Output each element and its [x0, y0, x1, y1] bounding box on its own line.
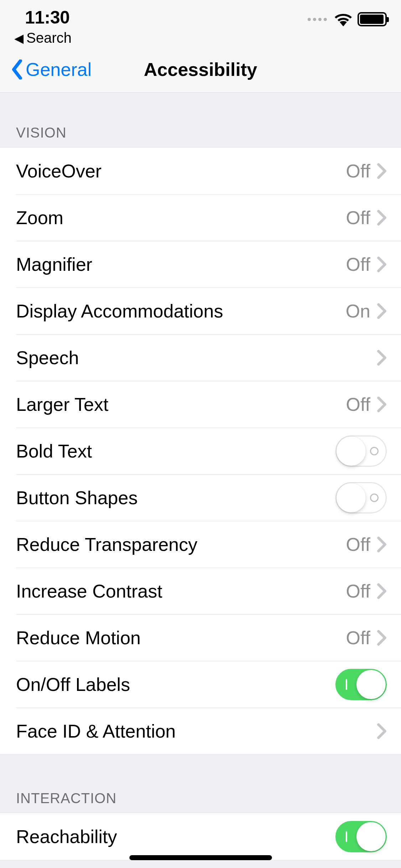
list-vision: VoiceOver Off Zoom Off Magnifier Off Dis… — [0, 147, 401, 755]
home-indicator — [129, 855, 272, 860]
back-label: General — [26, 59, 92, 80]
row-label: Face ID & Attention — [16, 720, 176, 742]
row-label: Bold Text — [16, 440, 92, 462]
row-label: Reduce Motion — [16, 627, 141, 649]
chevron-right-icon — [377, 397, 387, 412]
row-label: Reduce Transparency — [16, 534, 197, 555]
breadcrumb-label: Search — [26, 30, 72, 46]
row-reduce-motion[interactable]: Reduce Motion Off — [0, 614, 401, 661]
row-label: Display Accommodations — [16, 300, 223, 322]
row-label: On/Off Labels — [16, 674, 130, 695]
row-value: Off — [346, 394, 370, 415]
section-header-vision: VISION — [0, 93, 401, 147]
row-voiceover[interactable]: VoiceOver Off — [0, 148, 401, 194]
row-value: Off — [346, 207, 370, 228]
status-bar: 11:30 ◀ Search — [0, 0, 401, 46]
toggle-reachability[interactable] — [335, 821, 387, 852]
row-reachability: Reachability — [0, 813, 401, 860]
row-increase-contrast[interactable]: Increase Contrast Off — [0, 568, 401, 614]
row-magnifier[interactable]: Magnifier Off — [0, 241, 401, 288]
chevron-right-icon — [377, 537, 387, 552]
cellular-dots-icon — [308, 18, 327, 21]
toggle-button-shapes[interactable] — [335, 482, 387, 513]
toggle-onoff-labels[interactable] — [335, 669, 387, 700]
breadcrumb[interactable]: ◀ Search — [14, 30, 72, 46]
row-display-accommodations[interactable]: Display Accommodations On — [0, 288, 401, 334]
row-label: Speech — [16, 347, 79, 368]
chevron-right-icon — [377, 583, 387, 599]
nav-bar: General Accessibility — [0, 46, 401, 93]
list-interaction: Reachability — [0, 813, 401, 860]
row-reduce-transparency[interactable]: Reduce Transparency Off — [0, 521, 401, 568]
chevron-left-icon — [11, 60, 24, 79]
row-speech[interactable]: Speech — [0, 334, 401, 381]
row-label: Larger Text — [16, 394, 108, 415]
chevron-right-icon — [377, 303, 387, 319]
chevron-right-icon — [377, 350, 387, 366]
page-title: Accessibility — [144, 59, 257, 80]
row-value: Off — [346, 254, 370, 275]
chevron-right-icon — [377, 257, 387, 272]
status-right — [308, 7, 387, 26]
row-label: VoiceOver — [16, 160, 102, 182]
row-value: Off — [346, 580, 370, 602]
chevron-right-icon — [377, 210, 387, 226]
row-value: Off — [346, 534, 370, 555]
row-value: On — [346, 300, 370, 322]
wifi-icon — [334, 12, 353, 26]
section-header-interaction: INTERACTION — [0, 755, 401, 813]
row-faceid-attention[interactable]: Face ID & Attention — [0, 708, 401, 754]
row-value: Off — [346, 160, 370, 182]
row-label: Button Shapes — [16, 487, 138, 508]
row-label: Magnifier — [16, 254, 92, 275]
battery-icon — [358, 12, 387, 26]
chevron-right-icon — [377, 723, 387, 739]
row-label: Zoom — [16, 207, 63, 228]
row-larger-text[interactable]: Larger Text Off — [0, 381, 401, 428]
row-bold-text: Bold Text — [0, 428, 401, 474]
back-button[interactable]: General — [11, 59, 92, 80]
status-left: 11:30 ◀ Search — [25, 7, 72, 46]
status-time: 11:30 — [25, 7, 72, 28]
row-zoom[interactable]: Zoom Off — [0, 194, 401, 241]
back-triangle-icon: ◀ — [14, 31, 24, 45]
chevron-right-icon — [377, 163, 387, 179]
toggle-bold-text[interactable] — [335, 435, 387, 467]
row-label: Reachability — [16, 826, 117, 847]
row-onoff-labels: On/Off Labels — [0, 661, 401, 708]
chevron-right-icon — [377, 630, 387, 646]
row-label: Increase Contrast — [16, 580, 162, 602]
row-button-shapes: Button Shapes — [0, 474, 401, 521]
row-value: Off — [346, 627, 370, 649]
